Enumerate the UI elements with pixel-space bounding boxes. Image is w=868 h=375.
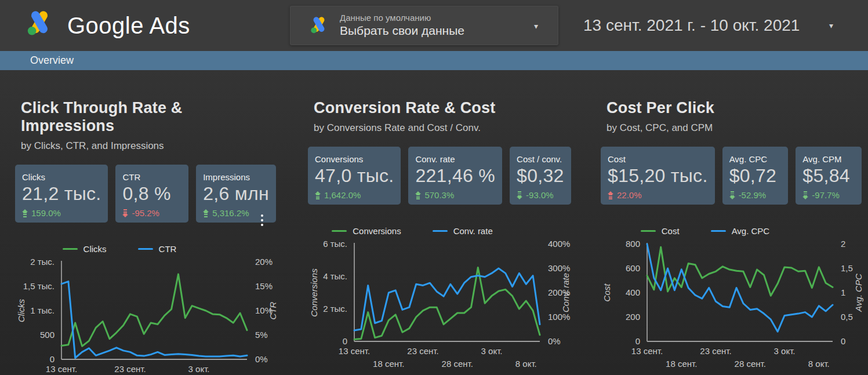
google-ads-logo-icon bbox=[23, 9, 56, 38]
svg-text:23 сент.: 23 сент. bbox=[700, 346, 731, 356]
svg-text:0: 0 bbox=[343, 336, 347, 346]
svg-text:Conversions: Conversions bbox=[309, 268, 319, 317]
section-title: Conversion Rate & Cost bbox=[314, 99, 569, 117]
report-canvas: Click Through Rate & Impressions by Clic… bbox=[0, 70, 868, 375]
delta-arrow-icon bbox=[802, 191, 808, 199]
app-header: Google Ads Данные по умолчанию Выбрать с… bbox=[0, 0, 868, 51]
chart-legend: CostAvg. CPC bbox=[601, 225, 809, 236]
chevron-down-icon: ▾ bbox=[829, 21, 833, 30]
scorecard-label: CTR bbox=[122, 172, 181, 182]
svg-text:2: 2 bbox=[841, 239, 845, 249]
svg-text:18 сент.: 18 сент. bbox=[373, 359, 404, 369]
legend-label: Conv. rate bbox=[453, 226, 493, 236]
date-range-text: 13 сент. 2021 г. - 10 окт. 2021 г. bbox=[583, 16, 800, 35]
section-cost-per-click: Cost Per Click by Cost, CPC, and CPM Cos… bbox=[601, 99, 862, 375]
legend-swatch bbox=[138, 248, 153, 250]
svg-text:6 тыс.: 6 тыс. bbox=[323, 239, 347, 249]
svg-text:13 сент.: 13 сент. bbox=[46, 364, 77, 374]
scorecard-value: 221,46 % bbox=[415, 165, 495, 187]
line-chart-clicks-ctr[interactable]: 2 тыс.1,5 тыс.1 тыс.500020%15%10%5%0%Cli… bbox=[15, 256, 276, 375]
svg-text:Avg. CPC: Avg. CPC bbox=[854, 274, 863, 312]
legend-item: Conv. rate bbox=[433, 226, 493, 236]
line-chart-conversions-rate[interactable]: 6 тыс.4 тыс.2 тыс.0400%300%200%100%0%Con… bbox=[308, 238, 569, 375]
delta-arrow-icon bbox=[517, 191, 522, 199]
section-subtitle: by Clicks, CTR, and Impressions bbox=[21, 140, 276, 152]
svg-text:0: 0 bbox=[50, 354, 55, 364]
svg-text:300%: 300% bbox=[548, 263, 570, 273]
svg-text:200: 200 bbox=[626, 312, 640, 322]
svg-text:400: 400 bbox=[626, 287, 640, 297]
legend-swatch bbox=[63, 248, 78, 250]
date-range-picker[interactable]: 13 сент. 2021 г. - 10 окт. 2021 г. ▾ bbox=[583, 0, 833, 51]
scorecard-delta: -97.7% bbox=[802, 190, 855, 200]
chevron-down-icon: ▾ bbox=[534, 21, 538, 31]
scorecard-label: Cost bbox=[608, 154, 708, 164]
scorecard-label: Avg. CPC bbox=[729, 154, 782, 164]
legend-item: Cost bbox=[641, 226, 680, 236]
delta-arrow-icon bbox=[415, 191, 421, 199]
line-chart-cost-cpc[interactable]: 800600400200021,510,50CostAvg. CPC13 сен… bbox=[601, 238, 862, 375]
scorecard-delta: 159.0% bbox=[22, 208, 101, 218]
tab-overview[interactable]: Overview bbox=[30, 54, 74, 67]
svg-text:3 окт.: 3 окт. bbox=[774, 346, 796, 356]
svg-text:20%: 20% bbox=[255, 257, 273, 267]
svg-text:3 окт.: 3 окт. bbox=[481, 346, 503, 356]
section-subtitle: by Conversions Rate and Cost / Conv. bbox=[314, 122, 569, 134]
scorecard-impressions[interactable]: Impressions 2,6 млн 5,316.2% bbox=[196, 165, 276, 223]
legend-swatch bbox=[332, 230, 347, 232]
svg-text:15%: 15% bbox=[255, 281, 273, 291]
legend-label: Conversions bbox=[353, 226, 401, 236]
svg-text:1: 1 bbox=[841, 287, 845, 297]
scorecard-clicks[interactable]: Clicks 21,2 тыс. 159.0% bbox=[15, 165, 108, 223]
scorecard-conversions[interactable]: Conversions 47,0 тыс. 1,642.0% bbox=[308, 147, 401, 205]
page-tab-bar: Overview bbox=[0, 51, 868, 70]
chart-legend: ClicksCTR bbox=[15, 243, 224, 254]
legend-item: Conversions bbox=[332, 226, 401, 236]
scorecard-cost[interactable]: Cost $15,20 тыс. 22.0% bbox=[601, 147, 715, 205]
svg-text:1,5: 1,5 bbox=[841, 263, 853, 273]
svg-text:600: 600 bbox=[626, 263, 640, 273]
scorecard-conv-rate[interactable]: Conv. rate 221,46 % 570.3% bbox=[408, 147, 502, 205]
scorecard-value: $0,72 bbox=[729, 165, 782, 187]
svg-text:0%: 0% bbox=[548, 336, 561, 346]
svg-text:0: 0 bbox=[841, 336, 845, 346]
scorecard-avg-cpm[interactable]: Avg. CPM $5,84 -97.7% bbox=[796, 147, 862, 205]
delta-arrow-icon bbox=[315, 191, 321, 199]
svg-text:1,5 тыс.: 1,5 тыс. bbox=[23, 281, 55, 291]
scorecard-value: $5,84 bbox=[802, 165, 855, 187]
scorecard-label: Avg. CPM bbox=[802, 154, 855, 164]
section-title: Cost Per Click bbox=[606, 99, 862, 117]
svg-text:400%: 400% bbox=[548, 239, 570, 249]
legend-label: Clicks bbox=[83, 244, 107, 254]
svg-text:1 тыс.: 1 тыс. bbox=[30, 305, 55, 315]
more-options-icon[interactable] bbox=[261, 214, 263, 226]
scorecard-delta: -52.9% bbox=[729, 190, 782, 200]
scorecard-label: Clicks bbox=[22, 172, 101, 182]
data-source-selector[interactable]: Данные по умолчанию Выбрать свои данные … bbox=[290, 6, 558, 45]
svg-text:23 сент.: 23 сент. bbox=[407, 346, 438, 356]
section-subtitle: by Cost, CPC, and CPM bbox=[606, 122, 862, 134]
chart-legend: ConversionsConv. rate bbox=[308, 225, 517, 236]
scorecard-delta: 570.3% bbox=[415, 190, 495, 200]
scorecard-value: 21,2 тыс. bbox=[22, 183, 101, 205]
scorecard-delta: -93.0% bbox=[517, 190, 564, 200]
svg-text:4 тыс.: 4 тыс. bbox=[323, 271, 347, 281]
svg-text:28 сент.: 28 сент. bbox=[442, 359, 473, 369]
delta-arrow-icon bbox=[729, 191, 735, 199]
scorecard-ctr[interactable]: CTR 0,8 % -95.2% bbox=[115, 165, 188, 223]
svg-text:0,5: 0,5 bbox=[841, 312, 853, 322]
delta-arrow-icon bbox=[203, 209, 209, 217]
svg-text:8 окт.: 8 окт. bbox=[808, 359, 830, 369]
scorecard-avg-cpc[interactable]: Avg. CPC $0,72 -52.9% bbox=[722, 147, 789, 205]
scorecard-delta: 5,316.2% bbox=[203, 208, 269, 218]
legend-swatch bbox=[641, 230, 656, 232]
scorecard-label: Conv. rate bbox=[415, 154, 495, 164]
legend-swatch bbox=[433, 230, 448, 232]
legend-item: Avg. CPC bbox=[711, 226, 770, 236]
svg-text:2 тыс.: 2 тыс. bbox=[323, 304, 347, 314]
scorecard-cost-per-conv[interactable]: Cost / conv. $0,32 -93.0% bbox=[510, 147, 571, 205]
legend-swatch bbox=[711, 230, 726, 232]
legend-item: CTR bbox=[138, 244, 177, 254]
scorecard-delta: -95.2% bbox=[122, 208, 181, 218]
scorecard-value: $0,32 bbox=[517, 165, 564, 187]
